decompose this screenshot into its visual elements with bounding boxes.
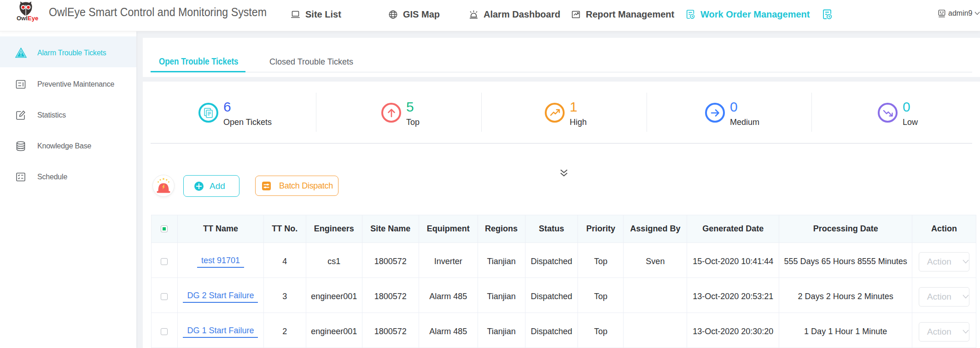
- svg-text:Owl: Owl: [17, 15, 28, 22]
- svg-text:Eye: Eye: [28, 15, 38, 22]
